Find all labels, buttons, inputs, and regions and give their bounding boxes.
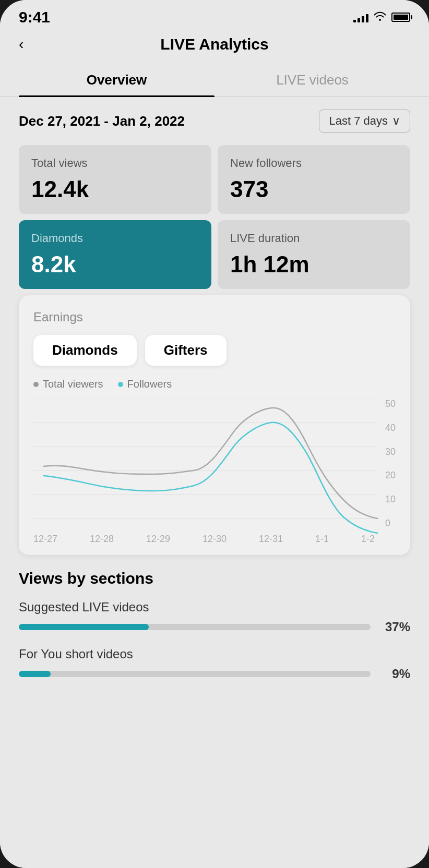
earnings-chart: 50 40 30 20 10 0 12-27 12-28 12-29 12-30…	[33, 399, 396, 545]
stats-grid: Total views 12.4k New followers 373	[19, 145, 410, 214]
views-by-sections: Views by sections Suggested LIVE videos …	[19, 570, 410, 681]
tab-bar: Overview LIVE videos	[0, 64, 429, 97]
gifters-button[interactable]: Gifters	[145, 335, 227, 366]
page-header: ‹ LIVE Analytics	[0, 30, 429, 53]
chart-legend: Total viewers Followers	[33, 378, 396, 390]
content-area: Dec 27, 2021 - Jan 2, 2022 Last 7 days ∨…	[0, 97, 429, 868]
date-row: Dec 27, 2021 - Jan 2, 2022 Last 7 days ∨	[19, 110, 410, 132]
date-filter-button[interactable]: Last 7 days ∨	[319, 110, 410, 132]
section-bar-bg	[19, 624, 371, 630]
stat-card-new-followers: New followers 373	[218, 145, 410, 214]
section-bar-bg-2	[19, 671, 371, 677]
status-time: 9:41	[19, 8, 50, 26]
legend-dot-gray	[33, 382, 39, 387]
earnings-title: Earnings	[33, 310, 396, 324]
teal-curve	[44, 423, 377, 533]
legend-followers: Followers	[118, 378, 172, 390]
status-bar: 9:41	[0, 0, 429, 30]
signal-icon	[353, 12, 368, 22]
sections-title: Views by sections	[19, 570, 410, 587]
section-bar-fill-2	[19, 671, 51, 677]
date-range-label: Dec 27, 2021 - Jan 2, 2022	[19, 113, 185, 129]
chart-x-labels: 12-27 12-28 12-29 12-30 12-31 1-1 1-2	[33, 534, 375, 545]
chart-y-labels: 50 40 30 20 10 0	[385, 399, 396, 529]
section-bar-fill	[19, 624, 149, 630]
legend-total-viewers: Total viewers	[33, 378, 103, 390]
chevron-down-icon: ∨	[392, 114, 400, 128]
phone-frame: 9:41 ‹ LIVE Analytics	[0, 0, 429, 868]
gray-curve	[44, 408, 377, 519]
page-title: LIVE Analytics	[160, 35, 268, 53]
section-bar-row-2: 9%	[19, 667, 410, 681]
section-item-foryou: For You short videos 9%	[19, 647, 410, 681]
chart-svg	[33, 399, 396, 545]
stat-card-diamonds: Diamonds 8.2k	[19, 220, 211, 289]
section-item-suggested: Suggested LIVE videos 37%	[19, 600, 410, 634]
section-pct-2: 9%	[379, 667, 410, 681]
section-bar-row: 37%	[19, 620, 410, 634]
stat-card-live-duration: LIVE duration 1h 12m	[218, 220, 410, 289]
stats-grid-2: Diamonds 8.2k LIVE duration 1h 12m	[19, 220, 410, 289]
section-pct: 37%	[379, 620, 410, 634]
earnings-buttons: Diamonds Gifters	[33, 335, 396, 366]
diamonds-button[interactable]: Diamonds	[33, 335, 137, 366]
legend-dot-teal	[118, 382, 123, 387]
battery-icon	[391, 13, 410, 22]
back-button[interactable]: ‹	[19, 36, 23, 53]
stat-card-total-views: Total views 12.4k	[19, 145, 211, 214]
earnings-card: Earnings Diamonds Gifters Total viewers …	[19, 295, 410, 555]
tab-live-videos[interactable]: LIVE videos	[214, 64, 410, 97]
tab-overview[interactable]: Overview	[19, 64, 214, 97]
wifi-icon	[374, 11, 386, 23]
status-icons	[353, 11, 410, 23]
